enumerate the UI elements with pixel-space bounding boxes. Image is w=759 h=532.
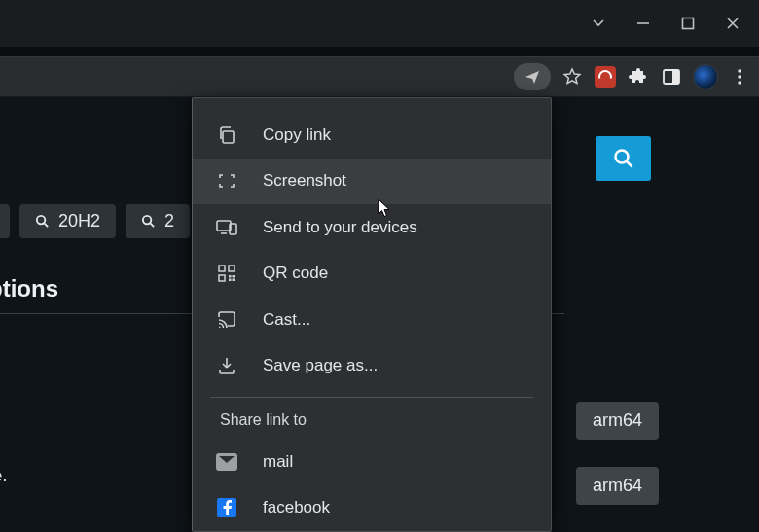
share-target-label: mail	[263, 452, 293, 472]
search-icon	[35, 214, 50, 229]
menu-item-screenshot[interactable]: Screenshot	[193, 159, 551, 205]
search-icon	[141, 214, 156, 229]
share-target-label: facebook	[263, 498, 330, 517]
svg-rect-10	[217, 221, 231, 231]
menu-item-save-as[interactable]: Save page as...	[193, 343, 551, 390]
menu-separator	[210, 397, 533, 398]
svg-point-4	[738, 75, 741, 78]
share-section-header: Share link to	[193, 402, 551, 439]
svg-point-8	[143, 216, 151, 224]
filter-chip[interactable]: 20H2	[19, 204, 116, 238]
download-icon	[216, 355, 237, 376]
svg-rect-13	[229, 266, 235, 271]
bookmark-star-icon[interactable]	[560, 65, 584, 89]
share-menu: Copy link Screenshot Send to your device…	[192, 97, 552, 532]
menu-item-label: Screenshot	[263, 171, 346, 191]
section-heading: ck options	[0, 275, 58, 302]
menu-item-qr-code[interactable]: QR code	[193, 251, 551, 298]
menu-item-label: Copy link	[263, 125, 331, 145]
facebook-icon	[216, 497, 237, 518]
arch-pill[interactable]: arm64	[576, 467, 659, 505]
extensions-icon[interactable]	[627, 65, 650, 89]
chip-label: 2	[164, 211, 174, 231]
svg-rect-16	[233, 279, 235, 282]
svg-rect-17	[229, 279, 232, 282]
copy-icon	[216, 124, 237, 146]
minimize-icon[interactable]	[634, 15, 652, 32]
share-target-facebook[interactable]: facebook	[193, 484, 551, 531]
share-button[interactable]	[514, 63, 551, 90]
menu-item-send-devices[interactable]: Send to your devices	[193, 204, 551, 251]
side-panel-icon[interactable]	[660, 65, 683, 89]
svg-rect-14	[219, 275, 225, 281]
mail-icon	[216, 451, 237, 473]
chip-label: 20H2	[58, 211, 100, 231]
menu-item-cast[interactable]: Cast...	[193, 297, 551, 343]
devices-icon	[216, 217, 237, 238]
menu-item-label: Send to your devices	[263, 218, 417, 237]
svg-rect-12	[219, 266, 225, 271]
search-button[interactable]	[596, 136, 651, 181]
maximize-icon[interactable]	[679, 15, 697, 32]
menu-item-label: Cast...	[263, 310, 310, 330]
screenshot-icon	[216, 170, 237, 192]
arch-pill[interactable]: arm64	[576, 402, 659, 440]
svg-rect-0	[683, 18, 694, 29]
menu-item-copy-link[interactable]: Copy link	[193, 112, 551, 159]
browser-toolbar	[0, 56, 759, 97]
svg-rect-18	[233, 275, 235, 278]
filter-chips: 1 20H2 2	[0, 204, 190, 238]
menu-item-label: Save page as...	[263, 356, 378, 375]
filter-chip[interactable]: 2	[126, 204, 190, 238]
share-target-mail[interactable]: mail	[193, 439, 551, 485]
qr-icon	[216, 263, 237, 284]
chrome-menu-icon[interactable]	[728, 65, 751, 89]
body-text: release.	[0, 465, 8, 486]
filter-chip[interactable]: 1	[0, 204, 10, 238]
ublock-extension-icon[interactable]	[594, 65, 617, 89]
svg-rect-2	[672, 70, 679, 84]
svg-point-3	[738, 69, 741, 72]
cast-icon	[216, 309, 237, 331]
svg-point-7	[37, 216, 45, 224]
tab-dropdown-icon[interactable]	[590, 15, 607, 32]
svg-rect-9	[223, 131, 234, 143]
profile-avatar[interactable]	[693, 64, 718, 89]
svg-point-5	[738, 81, 741, 84]
svg-rect-15	[229, 275, 232, 278]
close-icon[interactable]	[724, 15, 741, 32]
window-titlebar	[0, 0, 759, 47]
menu-item-label: QR code	[263, 264, 328, 283]
